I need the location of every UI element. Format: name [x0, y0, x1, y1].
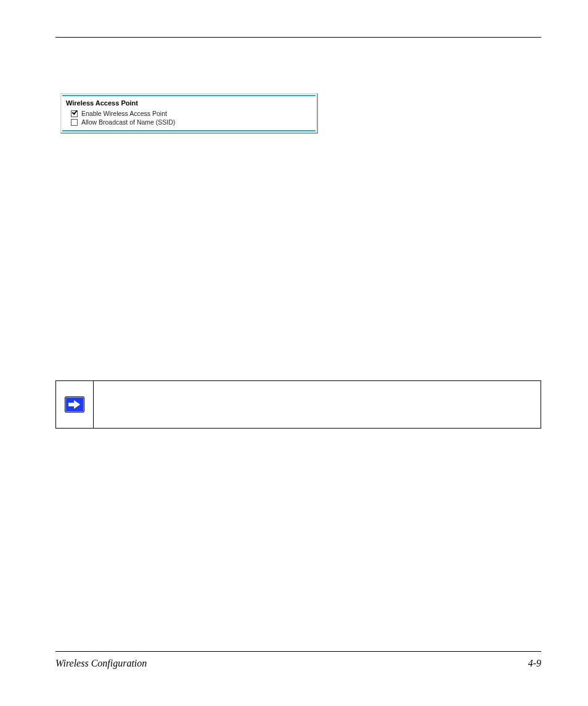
checkbox-label: Enable Wireless Access Point	[81, 110, 167, 117]
panel-title: Wireless Access Point	[66, 99, 312, 107]
page-footer: Wireless Configuration 4-9	[55, 651, 541, 669]
footer-page-number: 4-9	[528, 658, 541, 669]
footer-section-title: Wireless Configuration	[55, 658, 147, 669]
checkbox-label: Allow Broadcast of Name (SSID)	[81, 118, 175, 126]
checkbox-row-enable-wap: Enable Wireless Access Point	[66, 109, 312, 118]
note-content	[94, 381, 541, 428]
document-page: Wireless Access Point Enable Wireless Ac…	[0, 0, 588, 706]
wireless-access-point-panel: Wireless Access Point Enable Wireless Ac…	[60, 93, 318, 134]
bottom-divider	[55, 651, 541, 652]
checkbox-row-broadcast-ssid: Allow Broadcast of Name (SSID)	[66, 118, 312, 126]
panel-inner: Wireless Access Point Enable Wireless Ac…	[62, 95, 316, 131]
checkbox-broadcast-ssid[interactable]	[71, 119, 78, 126]
note-callout	[55, 380, 541, 429]
checkbox-enable-wap[interactable]	[71, 110, 78, 117]
arrow-right-icon	[65, 396, 84, 413]
top-divider	[55, 37, 541, 38]
footer-row: Wireless Configuration 4-9	[55, 658, 541, 669]
note-icon-cell	[56, 381, 94, 428]
